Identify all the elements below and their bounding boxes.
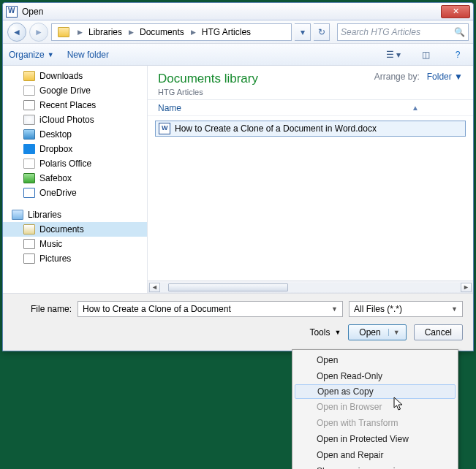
menu-open-and-repair[interactable]: Open and Repair (295, 447, 456, 463)
chevron-down-icon[interactable]: ▼ (451, 305, 458, 313)
preview-pane-button[interactable]: ◫ (416, 47, 435, 63)
bottom-panel: File name: How to Create a Clone of a Do… (3, 293, 473, 351)
view-button[interactable]: ☰ ▾ (384, 47, 403, 63)
tree-downloads[interactable]: Downloads (3, 69, 147, 83)
chevron-down-icon[interactable]: ▼ (331, 305, 338, 313)
toolbar: Organize▼ New folder ☰ ▾ ◫ ? (3, 44, 473, 66)
tree-onedrive[interactable]: OneDrive (3, 186, 147, 200)
crumb-libraries[interactable]: Libraries (84, 24, 127, 40)
crumb-htg[interactable]: HTG Articles (197, 24, 256, 40)
open-dialog: Open ✕ ◄ ► ▶ Libraries ▶ Documents ▶ HTG… (2, 2, 474, 351)
arrange-label: Arrange by: (374, 72, 420, 82)
filetype-dropdown[interactable]: All Files (*.*)▼ (349, 301, 463, 317)
tools-menu[interactable]: Tools ▼ (309, 327, 341, 338)
close-button[interactable]: ✕ (441, 5, 470, 18)
menu-open[interactable]: Open (295, 352, 456, 368)
library-subtitle: HTG Articles (158, 88, 258, 96)
tree-recent[interactable]: Recent Places (3, 98, 147, 113)
menu-open-in-browser: Open in Browser (295, 399, 456, 415)
tree-libraries[interactable]: Libraries (3, 207, 147, 222)
back-button[interactable]: ◄ (7, 23, 26, 42)
tree-dropbox[interactable]: Dropbox (3, 142, 147, 156)
horizontal-scrollbar[interactable]: ◄ ► (148, 281, 473, 293)
scroll-thumb[interactable] (168, 283, 288, 291)
search-input[interactable]: Search HTG Articles 🔍 (337, 23, 469, 41)
word-doc-icon (159, 123, 170, 134)
search-icon: 🔍 (454, 27, 465, 37)
open-button[interactable]: Open▼ (348, 324, 406, 340)
chevron-icon: ▶ (127, 28, 135, 36)
chevron-icon: ▶ (189, 28, 197, 36)
refresh-button[interactable]: ↻ (314, 23, 330, 41)
file-row[interactable]: How to Create a Clone of a Document in W… (155, 121, 466, 137)
file-list[interactable]: How to Create a Clone of a Document in W… (148, 116, 473, 281)
menu-open-with-transform: Open with Transform (295, 415, 456, 431)
menu-open-readonly[interactable]: Open Read-Only (295, 368, 456, 384)
chevron-icon: ▶ (76, 28, 84, 36)
tree-pictures[interactable]: Pictures (3, 251, 147, 266)
tree-desktop[interactable]: Desktop (3, 127, 147, 142)
menu-open-protected-view[interactable]: Open in Protected View (295, 431, 456, 447)
arrange-dropdown[interactable]: Folder ▼ (427, 72, 463, 82)
column-header-name[interactable]: Name ▲ (148, 100, 473, 116)
open-dropdown-icon[interactable]: ▼ (388, 329, 400, 336)
scroll-left-icon[interactable]: ◄ (149, 283, 160, 292)
help-button[interactable]: ? (448, 47, 467, 63)
menu-open-as-copy[interactable]: Open as Copy (295, 384, 456, 399)
tree-icloud[interactable]: iCloud Photos (3, 113, 147, 127)
address-bar[interactable]: ▶ Libraries ▶ Documents ▶ HTG Articles (51, 23, 292, 41)
titlebar: Open ✕ (3, 3, 473, 20)
tree-polaris[interactable]: Polaris Office (3, 156, 147, 171)
history-dropdown[interactable]: ▾ (295, 23, 311, 41)
organize-menu[interactable]: Organize▼ (9, 50, 54, 60)
crumb-documents[interactable]: Documents (135, 24, 189, 40)
menu-show-previous-versions[interactable]: Show previous versions (295, 463, 456, 469)
library-title: Documents library (158, 72, 258, 86)
word-icon (6, 6, 18, 18)
navbar: ◄ ► ▶ Libraries ▶ Documents ▶ HTG Articl… (3, 20, 473, 44)
open-dropdown-menu: Open Open Read-Only Open as Copy Open in… (292, 349, 458, 469)
cancel-button[interactable]: Cancel (414, 324, 463, 340)
tree-google-drive[interactable]: Google Drive (3, 83, 147, 98)
new-folder-button[interactable]: New folder (67, 50, 109, 60)
filename-label: File name: (13, 304, 72, 314)
file-area: Documents library HTG Articles Arrange b… (148, 66, 473, 293)
file-name: How to Create a Clone of a Document in W… (175, 123, 377, 134)
search-placeholder: Search HTG Articles (341, 27, 420, 37)
scroll-right-icon[interactable]: ► (461, 283, 472, 292)
nav-tree[interactable]: Downloads Google Drive Recent Places iCl… (3, 66, 148, 293)
tree-documents[interactable]: Documents (3, 222, 147, 237)
tree-safebox[interactable]: Safebox (3, 171, 147, 186)
filename-input[interactable]: How to Create a Clone of a Document▼ (78, 301, 343, 317)
window-title: Open (22, 7, 441, 17)
sort-indicator-icon: ▲ (412, 104, 463, 112)
forward-button[interactable]: ► (29, 23, 48, 42)
tree-music[interactable]: Music (3, 237, 147, 251)
libraries-icon (58, 27, 69, 37)
